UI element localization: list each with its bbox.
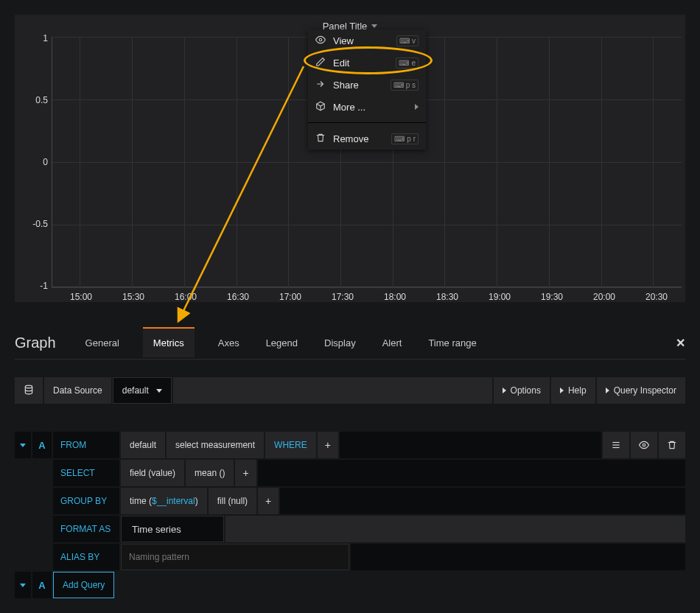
help-button[interactable]: Help [551, 377, 595, 404]
select-mean-segment[interactable]: mean () [186, 460, 234, 486]
panel-context-menu: View ⌨ v Edit ⌨ e Share ⌨ p s More ... R… [308, 29, 426, 150]
menu-edit[interactable]: Edit ⌨ e [308, 52, 426, 74]
x-tick: 20:30 [645, 292, 668, 302]
spacer [258, 460, 685, 486]
query-editor: A FROM default select measurement WHERE … [15, 432, 685, 600]
query-letter[interactable]: A [32, 572, 52, 598]
format-select[interactable]: Time series [121, 516, 224, 542]
spacer [15, 516, 52, 542]
menu-view[interactable]: View ⌨ v [308, 29, 426, 52]
chevron-right-icon [503, 388, 506, 393]
tab-legend[interactable]: Legend [263, 329, 301, 357]
svg-point-0 [319, 38, 322, 41]
spacer [351, 544, 685, 570]
spacer [173, 377, 492, 404]
menu-label: More ... [333, 102, 407, 113]
spacer [15, 544, 52, 570]
chevron-right-icon [415, 104, 419, 110]
share-icon [315, 79, 326, 91]
x-tick: 15:30 [122, 292, 144, 302]
x-tick: 17:00 [279, 292, 301, 302]
options-button[interactable]: Options [494, 377, 550, 404]
chevron-down-icon [156, 389, 162, 393]
query-letter[interactable]: A [32, 432, 52, 458]
x-tick: 16:30 [227, 292, 249, 302]
query-inspector-button[interactable]: Query Inspector [597, 377, 685, 404]
from-default-segment[interactable]: default [121, 432, 165, 458]
spacer [340, 432, 601, 458]
where-label: WHERE [265, 432, 316, 458]
spacer [225, 516, 685, 542]
keyboard-shortcut: ⌨ p r [391, 133, 419, 144]
y-tick: 1 [15, 33, 48, 43]
x-tick: 16:00 [175, 292, 197, 302]
query-delete-button[interactable] [659, 432, 685, 458]
x-tick: 18:30 [436, 292, 458, 302]
query-collapse-toggle[interactable] [15, 432, 31, 458]
datasource-picker[interactable]: default [113, 377, 172, 404]
chevron-right-icon [560, 388, 564, 393]
x-tick: 19:30 [541, 292, 563, 302]
datasource-label: Data Source [44, 377, 111, 404]
alias-label: ALIAS BY [53, 544, 119, 570]
x-tick: 20:00 [593, 292, 615, 302]
select-label: SELECT [53, 460, 119, 486]
query-toggle-visibility[interactable] [631, 432, 657, 458]
add-query-button[interactable]: Add Query [53, 572, 114, 598]
chevron-down-icon [371, 24, 377, 28]
groupby-fill-segment[interactable]: fill (null) [209, 488, 256, 514]
menu-share[interactable]: Share ⌨ p s [308, 74, 426, 96]
svg-point-3 [25, 385, 32, 388]
editor-title: Graph [15, 334, 56, 351]
from-label: FROM [53, 432, 119, 458]
x-tick: 17:30 [332, 292, 354, 302]
menu-label: Edit [333, 57, 388, 69]
menu-separator [308, 122, 426, 123]
query-menu-button[interactable] [603, 432, 629, 458]
from-measurement-segment[interactable]: select measurement [167, 432, 264, 458]
menu-label: Remove [333, 133, 384, 144]
keyboard-shortcut: ⌨ e [396, 57, 419, 69]
database-icon [24, 385, 34, 397]
chevron-right-icon [606, 388, 609, 393]
tab-display[interactable]: Display [321, 329, 359, 357]
tab-axes[interactable]: Axes [215, 329, 242, 357]
trash-icon [315, 133, 326, 145]
groupby-label: GROUP BY [53, 488, 119, 514]
x-tick: 19:00 [489, 292, 511, 302]
tab-general[interactable]: General [83, 329, 122, 357]
query-collapse-toggle[interactable] [15, 572, 31, 598]
tab-alert[interactable]: Alert [379, 329, 405, 357]
keyboard-shortcut: ⌨ v [396, 35, 419, 46]
select-add-button[interactable]: + [235, 460, 256, 486]
spacer [15, 460, 52, 486]
datasource-row: Data Source default Options Help Query I… [15, 377, 685, 404]
edit-icon [315, 57, 326, 69]
menu-label: Share [333, 80, 383, 91]
y-tick: -0.5 [15, 219, 48, 229]
spacer [280, 488, 685, 514]
tab-time-range[interactable]: Time range [425, 329, 479, 357]
eye-icon [315, 35, 326, 47]
menu-label: View [333, 35, 389, 46]
menu-remove[interactable]: Remove ⌨ p r [308, 127, 426, 150]
spacer [15, 488, 52, 514]
keyboard-shortcut: ⌨ p s [391, 80, 419, 91]
groupby-time-segment[interactable]: time ($__interval) [121, 488, 207, 514]
svg-point-7 [643, 444, 645, 446]
close-icon[interactable]: ✕ [676, 336, 685, 350]
where-add-button[interactable]: + [318, 432, 338, 458]
format-label: FORMAT AS [53, 516, 119, 542]
select-field-segment[interactable]: field (value) [121, 460, 184, 486]
datasource-icon-segment [15, 377, 43, 404]
y-tick: 0 [15, 157, 48, 167]
y-tick: 0.5 [15, 95, 48, 105]
tab-metrics[interactable]: Metrics [143, 327, 195, 357]
y-tick: -1 [15, 281, 48, 291]
groupby-add-button[interactable]: + [258, 488, 279, 514]
x-tick: 15:00 [70, 292, 92, 302]
editor-header: Graph General Metrics Axes Legend Displa… [15, 327, 685, 360]
menu-more[interactable]: More ... [308, 96, 426, 118]
x-tick: 18:00 [384, 292, 406, 302]
alias-input[interactable] [121, 544, 349, 570]
